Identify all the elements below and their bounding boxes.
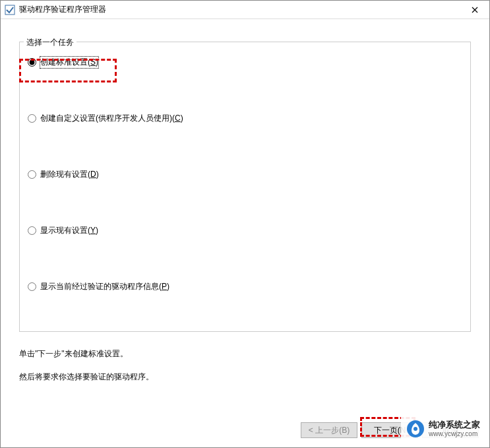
radio-label-info[interactable]: 显示当前经过验证的驱动程序信息(P) [40, 281, 169, 292]
instruction-line-1: 单击"下一步"来创建标准设置。 [19, 348, 471, 360]
radio-input-standard[interactable] [28, 58, 36, 67]
back-button[interactable]: < 上一步(B) [301, 422, 357, 438]
task-groupbox: 选择一个任务 创建标准设置(S) 创建自定义设置(供程序开发人员使用)(C) 删… [19, 42, 471, 332]
radio-input-info[interactable] [28, 282, 36, 291]
groupbox-label: 选择一个任务 [24, 37, 77, 48]
watermark-cn: 纯净系统之家 [429, 420, 480, 430]
watermark: 纯净系统之家 www.ycwjzy.com [401, 417, 485, 441]
watermark-logo-icon [406, 420, 425, 438]
window-title: 驱动程序验证程序管理器 [19, 4, 106, 15]
titlebar: 驱动程序验证程序管理器 [1, 1, 489, 19]
instruction-line-2: 然后将要求你选择要验证的驱动程序。 [19, 371, 471, 383]
radio-option-standard[interactable]: 创建标准设置(S) [26, 57, 464, 68]
radio-label-delete[interactable]: 删除现有设置(D) [40, 169, 99, 180]
svg-point-2 [413, 427, 417, 431]
radio-input-display[interactable] [28, 226, 36, 235]
radio-option-display[interactable]: 显示现有设置(Y) [26, 225, 464, 236]
dialog-window: 驱动程序验证程序管理器 选择一个任务 创建标准设置(S) 创建自定义设置(供程序… [0, 0, 490, 448]
radio-option-info[interactable]: 显示当前经过验证的驱动程序信息(P) [26, 281, 464, 292]
close-button[interactable] [462, 2, 488, 18]
radio-label-standard[interactable]: 创建标准设置(S) [40, 57, 98, 68]
instruction-text: 单击"下一步"来创建标准设置。 然后将要求你选择要验证的驱动程序。 [19, 348, 471, 383]
app-icon [5, 5, 15, 15]
radio-label-display[interactable]: 显示现有设置(Y) [40, 225, 98, 236]
radio-option-delete[interactable]: 删除现有设置(D) [26, 169, 464, 180]
watermark-url: www.ycwjzy.com [429, 430, 480, 437]
close-icon [472, 7, 478, 13]
radio-input-custom[interactable] [28, 114, 36, 123]
radio-label-custom[interactable]: 创建自定义设置(供程序开发人员使用)(C) [40, 113, 183, 124]
content-area: 选择一个任务 创建标准设置(S) 创建自定义设置(供程序开发人员使用)(C) 删… [1, 19, 489, 447]
radio-input-delete[interactable] [28, 170, 36, 179]
watermark-text: 纯净系统之家 www.ycwjzy.com [429, 420, 480, 437]
radio-option-custom[interactable]: 创建自定义设置(供程序开发人员使用)(C) [26, 113, 464, 124]
